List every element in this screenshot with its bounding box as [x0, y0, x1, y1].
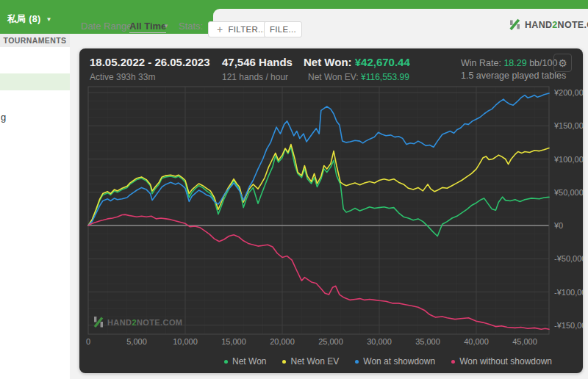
svg-text:-¥150,000: -¥150,000 [554, 321, 583, 330]
legend-item-net-won[interactable]: Net Won [224, 356, 266, 367]
date-range-value[interactable]: All Time [129, 21, 166, 33]
chart-legend: Net WonNet Won EVWon at showdownWon with… [224, 356, 552, 367]
date-range-label: Date Range: [81, 21, 135, 32]
plus-icon: + [217, 24, 223, 35]
svg-text:35,000: 35,000 [415, 337, 440, 346]
file-button-label: FILE... [270, 25, 296, 34]
chart-settings-button[interactable]: ⚙ [553, 54, 572, 72]
net-won-row: Net Won: ¥42,670.44 [304, 56, 410, 68]
hands-count: 47,546 Hands [222, 56, 293, 68]
win-rate-value: 18.29 [503, 58, 526, 68]
svg-text:20,000: 20,000 [270, 337, 295, 346]
legend-dot-icon [451, 360, 455, 364]
sidebar-selected-row[interactable] [0, 73, 70, 90]
active-time: Active 393h 33m [90, 72, 155, 82]
win-rate-row: Win Rate: 18.29 bb/100 [461, 58, 557, 68]
sidebar-partial-text: g [1, 112, 6, 123]
legend-item-won-without-showdown[interactable]: Won without showdown [451, 356, 552, 367]
svg-text:¥200,000: ¥200,000 [553, 88, 583, 97]
tab-tournaments[interactable]: TOURNAMENTS [0, 34, 70, 47]
net-won-label: Net Won: [304, 56, 352, 68]
sidebar: TOURNAMENTS g [0, 34, 70, 379]
svg-text:¥150,000: ¥150,000 [553, 121, 583, 130]
gear-icon: ⚙ [558, 57, 567, 69]
legend-dot-icon [282, 360, 286, 364]
svg-text:0: 0 [86, 337, 90, 346]
caret-down-icon: ▼ [46, 16, 52, 23]
legend-item-won-at-showdown[interactable]: Won at showdown [355, 356, 435, 367]
svg-text:HAND2NOTE.COM: HAND2NOTE.COM [107, 318, 182, 327]
date-span: 18.05.2022 - 26.05.2023 [90, 56, 209, 68]
svg-text:-¥100,000: -¥100,000 [554, 288, 583, 297]
legend-item-net-won-ev[interactable]: Net Won EV [282, 356, 339, 367]
svg-text:40,000: 40,000 [464, 337, 489, 346]
svg-text:30,000: 30,000 [367, 337, 392, 346]
winnings-chart[interactable]: HAND2NOTE.COM¥200,000¥150,000¥100,000¥50… [79, 84, 583, 350]
svg-text:10,000: 10,000 [173, 337, 198, 346]
svg-text:¥0: ¥0 [553, 221, 563, 230]
net-won-value: ¥42,670.44 [355, 56, 410, 68]
net-won-ev-row: Net Won EV: ¥116,553.99 [308, 72, 409, 82]
svg-text:-¥50,000: -¥50,000 [554, 254, 583, 263]
legend-label: Won at showdown [363, 356, 435, 367]
workspace-selector[interactable]: 私局 (8) ▼ [7, 13, 52, 26]
win-rate-label: Win Rate: [461, 58, 501, 68]
svg-text:25,000: 25,000 [318, 337, 343, 346]
hand2note-logo-icon [509, 18, 521, 31]
legend-dot-icon [355, 360, 359, 364]
hands-per-hour: 121 hands / hour [222, 72, 288, 82]
file-button[interactable]: FILE... [264, 21, 302, 37]
svg-text:5,000: 5,000 [126, 337, 147, 346]
net-won-ev-label: Net Won EV: [308, 72, 359, 82]
winnings-report-panel: 18.05.2022 - 26.05.2023 Active 393h 33m … [79, 48, 583, 373]
legend-label: Won without showdown [459, 356, 552, 367]
legend-dot-icon [224, 360, 228, 364]
filter-button-label: FILTER... [228, 25, 265, 34]
hand2note-app: { "icons": { "gear": "⚙", "caret_down": … [0, 0, 588, 379]
legend-label: Net Won [232, 356, 266, 367]
svg-text:¥50,000: ¥50,000 [553, 188, 583, 197]
net-won-ev-value: ¥116,553.99 [361, 72, 409, 82]
hand2note-logo: HAND2NOTE.COM [509, 18, 588, 31]
avg-tables: 1.5 average played tables [461, 71, 566, 81]
svg-text:¥100,000: ¥100,000 [553, 155, 583, 164]
caret-down-icon[interactable]: ▼ [163, 23, 169, 29]
svg-text:15,000: 15,000 [221, 337, 246, 346]
hand2note-logo-text: HAND2NOTE.COM [525, 20, 588, 30]
legend-label: Net Won EV [290, 356, 339, 367]
stats-label: Stats: [179, 21, 203, 32]
workspace-label: 私局 (8) [7, 13, 41, 26]
svg-text:45,000: 45,000 [512, 337, 537, 346]
